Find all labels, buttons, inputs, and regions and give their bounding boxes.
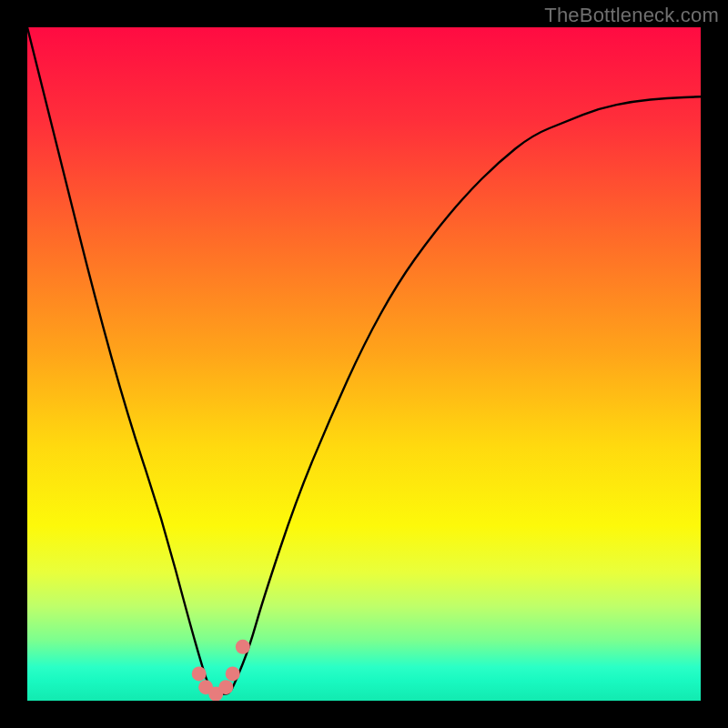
curve-marker	[218, 680, 233, 694]
curve-marker	[192, 666, 207, 681]
chart-plot-area	[27, 27, 701, 701]
curve-marker	[226, 666, 240, 681]
bottleneck-curve	[27, 27, 701, 701]
curve-marker	[236, 640, 250, 654]
watermark-text: TheBottleneck.com	[544, 4, 719, 27]
curve-path	[27, 27, 701, 694]
